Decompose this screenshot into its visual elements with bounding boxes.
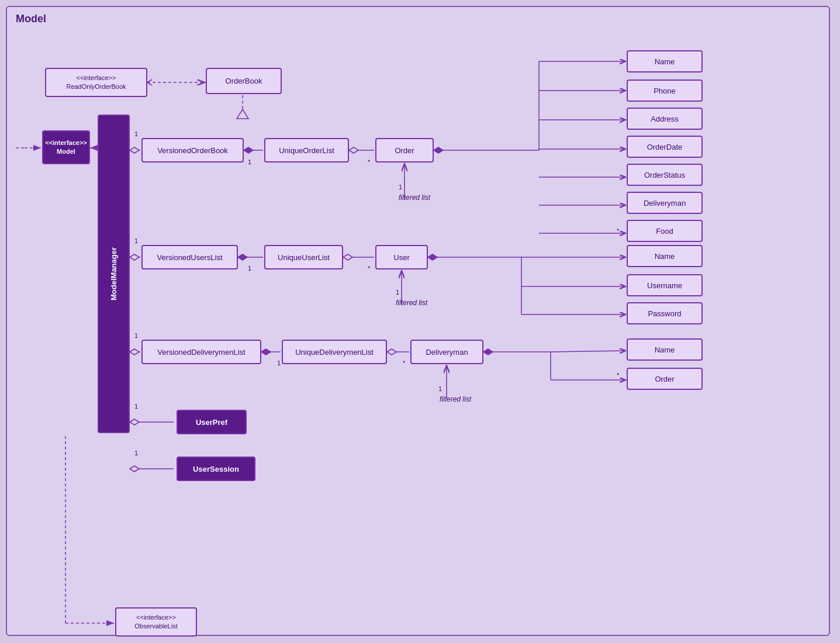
order-box: Order xyxy=(375,138,434,163)
svg-marker-8 xyxy=(130,147,139,153)
observable-list-box: <<interface>>ObservableList xyxy=(115,607,197,637)
user-name-box: Name xyxy=(627,245,703,267)
unique-deliverymen-box: UniqueDeliverymenList xyxy=(282,340,387,364)
order-status-box: OrderStatus xyxy=(627,164,703,186)
svg-marker-10 xyxy=(244,147,253,153)
deliveryman-box: Deliveryman xyxy=(410,340,483,364)
mult-1-user-filtered: 1 xyxy=(396,289,399,296)
mult-1-unique-user: 1 xyxy=(248,265,251,272)
userpref-box: UserPref xyxy=(177,410,247,434)
filtered-list-deliveryman-label: filtered list xyxy=(440,395,471,403)
deliveryman-order-box: Order xyxy=(627,368,703,390)
mult-star-user: * xyxy=(368,265,370,272)
model-manager-box: ModelManager xyxy=(98,115,130,433)
svg-marker-40 xyxy=(261,349,271,355)
model-interface-box: <<interface>>Model xyxy=(42,130,90,164)
svg-marker-13 xyxy=(434,147,443,153)
orderbook-box: OrderBook xyxy=(206,68,282,94)
order-address-box: Address xyxy=(627,108,703,130)
svg-marker-52 xyxy=(130,466,139,472)
readonly-orderbook-box: <<interface>><<interface>> ReadOnlyOrder… xyxy=(45,68,147,97)
diagram-area: <<interface>><<interface>> ReadOnlyOrder… xyxy=(13,30,823,628)
mult-star-del-order: * xyxy=(617,372,619,379)
username-box: Username xyxy=(627,274,703,296)
svg-marker-29 xyxy=(343,254,352,260)
mult-star-order: * xyxy=(368,158,370,165)
order-phone-box: Phone xyxy=(627,79,703,102)
mult-1-versioned-user: 1 xyxy=(134,237,138,244)
mult-1-userpref: 1 xyxy=(134,403,138,410)
versioned-deliverymen-box: VersionedDeliverymenList xyxy=(141,340,261,364)
password-box: Password xyxy=(627,302,703,324)
mult-1-versioned-order: 1 xyxy=(134,130,138,137)
mult-star-food: * xyxy=(617,227,619,234)
svg-marker-12 xyxy=(349,147,358,153)
svg-marker-42 xyxy=(387,349,396,355)
svg-marker-25 xyxy=(130,254,139,260)
unique-orderlist-box: UniqueOrderList xyxy=(264,138,349,163)
filtered-list-order-label: filtered list xyxy=(399,193,430,202)
order-date-box: OrderDate xyxy=(627,136,703,158)
unique-userlist-box: UniqueUserList xyxy=(264,245,343,269)
diagram-title: Model xyxy=(13,13,823,25)
mult-1-order-filtered: 1 xyxy=(399,184,402,191)
diagram-container: Model xyxy=(6,6,830,636)
versioned-userslist-box: VersionedUsersList xyxy=(141,245,238,269)
svg-marker-43 xyxy=(483,349,493,355)
svg-marker-4 xyxy=(237,109,248,119)
filtered-list-user-label: filtered list xyxy=(396,299,427,307)
svg-marker-38 xyxy=(130,349,139,355)
svg-marker-50 xyxy=(130,419,139,425)
mult-1-del-filtered: 1 xyxy=(438,385,442,392)
versioned-orderbook-box: VersionedOrderBook xyxy=(141,138,244,163)
mult-1-usersession: 1 xyxy=(134,450,138,457)
deliveryman-attr-box: Deliveryman xyxy=(627,192,703,214)
usersession-box: UserSession xyxy=(177,457,255,481)
mult-1-unique-del: 1 xyxy=(277,359,281,367)
svg-line-45 xyxy=(551,351,625,352)
deliveryman-name-box: Name xyxy=(627,338,703,361)
mult-star-del: * xyxy=(403,359,405,367)
mult-1-versioned-del: 1 xyxy=(134,332,138,339)
svg-marker-27 xyxy=(238,254,247,260)
svg-marker-30 xyxy=(428,254,437,260)
food-box: Food xyxy=(627,220,703,242)
order-name-box: Name xyxy=(627,50,703,72)
mult-1-unique-order: 1 xyxy=(248,158,251,165)
user-box: User xyxy=(375,245,428,269)
